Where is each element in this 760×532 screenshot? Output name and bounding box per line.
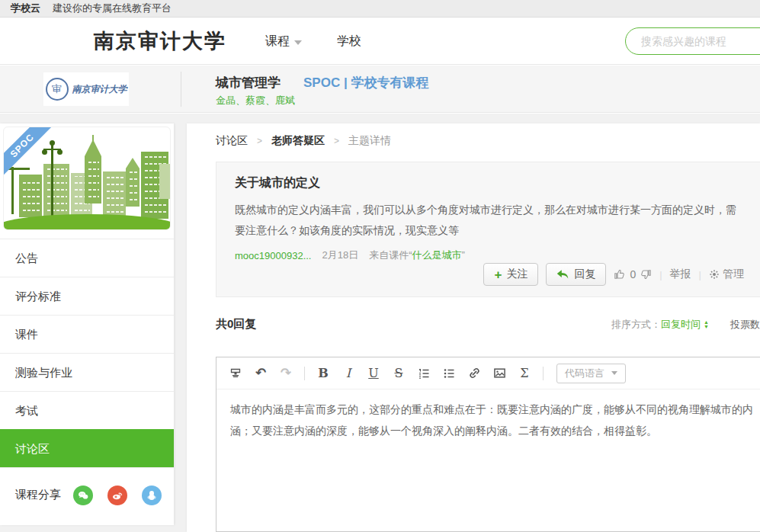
ordered-list-icon[interactable] [417,366,431,381]
reply-editor: ↶ ↷ B I U S Σ [216,357,760,532]
reply-button[interactable]: 回复 [546,263,606,286]
nav-item-school[interactable]: 学校 [337,34,361,50]
university-logo: 审 南京审计大学 [43,72,129,106]
course-name: 城市管理学 [216,74,281,91]
plus-icon: + [494,268,502,281]
reply-button-label: 回复 [574,268,595,281]
breadcrumb-teacher-qa[interactable]: 老师答疑区 [271,134,325,148]
sidebar-item-courseware[interactable]: 课件 [0,315,174,353]
sidebar-item-label: 测验与作业 [15,366,72,379]
redo-icon[interactable]: ↷ [279,366,293,381]
manage-link[interactable]: 管理 [709,268,744,281]
sort-arrows-icon: ▲▼ [704,320,709,329]
breadcrumb-forum[interactable]: 讨论区 [216,134,248,148]
lamp-head [50,140,55,146]
skyline-crane [11,167,14,214]
editor-toolbar: ↶ ↷ B I U S Σ [216,357,760,389]
skyline-spire-tip [92,135,94,144]
search-input[interactable] [625,27,760,55]
reply-count: 共0回复 [216,317,256,332]
strikethrough-icon[interactable]: S [392,366,406,381]
weibo-share-icon[interactable] [107,486,127,505]
sidebar-item-quizzes[interactable]: 测验与作业 [0,353,174,391]
sort-by-reply-time[interactable]: 回复时间 ▲▼ [661,318,709,332]
bullet-list-icon[interactable] [442,366,456,381]
university-logo-text: 南京审计大学 [72,83,127,96]
main-nav: 课程 学校 [265,18,361,65]
skyline-tower [85,156,101,204]
breadcrumb-current: 主题详情 [348,134,391,148]
post-source-link[interactable]: 什么是城市 [412,249,462,261]
course-title-row: 城市管理学 SPOC | 学校专有课程 [216,74,428,91]
follow-button-label: 关注 [506,268,528,281]
sidebar-item-announcements[interactable]: 公告 [0,239,174,277]
breadcrumb-separator: > [334,136,339,146]
course-cover-image: SPOC [3,127,171,230]
qq-share-icon[interactable] [142,486,162,505]
divider [181,72,181,107]
italic-icon[interactable]: I [342,366,355,381]
manage-link-label: 管理 [723,268,744,281]
course-sidebar: SPOC 公告 评分标准 课件 测验与作业 考试 讨论区 课程分享 [0,123,174,525]
like-count: 0 [630,268,636,280]
undo-icon[interactable]: ↶ [254,366,268,381]
report-link[interactable]: 举报 [670,268,691,281]
underline-icon[interactable]: U [367,366,380,381]
university-seal-icon: 审 [46,78,69,101]
divider: | [699,269,701,280]
page: 学校云 建设你的专属在线教育平台 南京审计大学 课程 学校 审 南京审计大学 城… [0,0,760,532]
sort-by-votes[interactable]: 投票数 [730,318,760,332]
main-content: 讨论区 > 老师答疑区 > 主题详情 关于城市的定义 既然城市的定义内涵丰富，我… [187,123,760,532]
lamp-head [42,149,47,155]
course-banner: 审 南京审计大学 城市管理学 SPOC | 学校专有课程 金晶、蔡霞、鹿斌 [0,66,760,113]
thumb-down-icon[interactable] [640,268,652,280]
sidebar-item-grading[interactable]: 评分标准 [0,277,174,315]
topbar: 学校云 建设你的专属在线教育平台 [0,0,760,18]
divider: | [659,269,662,280]
sidebar-item-exams[interactable]: 考试 [0,391,174,429]
sidebar-item-label: 公告 [15,252,38,264]
lamp-post [51,144,53,220]
like-controls: 0 [614,268,652,280]
skyline-building [19,175,42,217]
breadcrumb-separator: > [257,136,262,146]
post-actions: + 关注 回复 0 | [483,263,744,286]
code-language-dropdown[interactable]: 代码语言 [556,364,626,383]
post-source-suffix: ” [462,249,465,261]
course-teachers: 金晶、蔡霞、鹿斌 [216,94,295,107]
platform-slogan: 建设你的专属在线教育平台 [53,2,172,15]
replies-header: 共0回复 排序方式： 回复时间 ▲▼ 投票数 [216,317,760,332]
course-share-row: 课程分享 [0,467,174,522]
bold-icon[interactable]: B [316,366,330,381]
editor-content[interactable]: 城市的内涵是丰富而多元的，这部分的重点和难点在于：既要注意内涵的广度，能够从不同… [216,389,760,511]
post-author-link[interactable]: mooc19000932... [235,250,311,261]
skyline-building [159,164,171,199]
follow-button[interactable]: + 关注 [483,263,538,286]
sidebar-item-forum[interactable]: 讨论区 [0,429,174,467]
share-icons [73,486,162,505]
share-label: 课程分享 [15,488,61,502]
nav-item-label: 学校 [337,34,361,50]
post-body: 既然城市的定义内涵丰富，我们可以从多个角度对城市进行定义，那么在对城市进行某一方… [235,200,746,241]
chevron-down-icon [294,40,302,45]
format-brush-icon[interactable] [229,366,242,381]
sidebar-item-label: 考试 [15,404,38,417]
platform-brand[interactable]: 学校云 [11,2,40,15]
link-icon[interactable] [467,366,481,381]
formula-icon[interactable]: Σ [518,366,531,381]
thumb-up-icon[interactable] [614,268,626,280]
lamp-head [57,149,63,155]
wechat-share-icon[interactable] [73,486,93,505]
skyline-spire [126,158,139,168]
gear-icon [709,269,720,280]
image-icon[interactable] [492,366,506,381]
skyline-building [103,171,126,219]
school-title: 南京审计大学 [94,18,226,65]
sort-controls: 排序方式： 回复时间 ▲▼ 投票数 [611,318,760,332]
divider [543,367,544,380]
nav-item-courses[interactable]: 课程 [265,34,302,50]
sidebar-menu: 公告 评分标准 课件 测验与作业 考试 讨论区 [0,239,174,467]
sort-active-label: 回复时间 [661,318,701,332]
nav-item-label: 课程 [265,34,290,50]
skyline-ground [3,214,171,230]
